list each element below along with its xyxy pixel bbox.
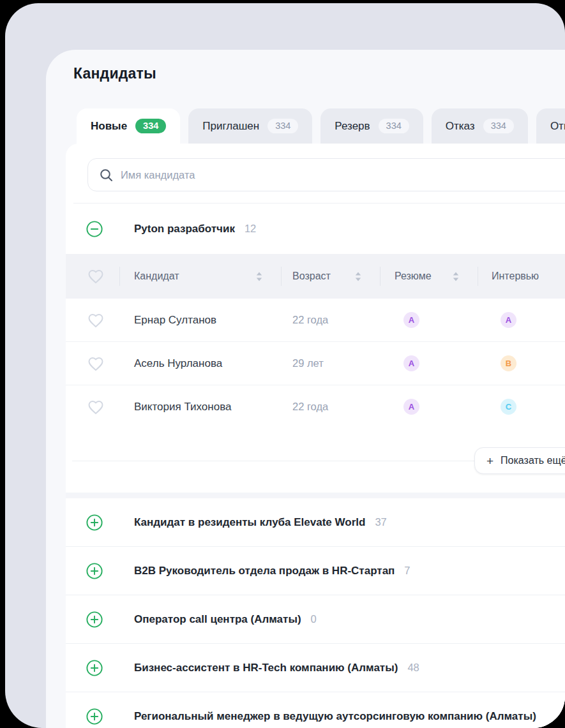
vacancy-title: Бизнес-ассистент в HR-Tech компанию (Алм… <box>134 662 398 674</box>
table-row[interactable]: Асель Нурланова 29 лет A B <box>66 341 565 385</box>
status-tabs: Новые 334 Приглашен 334 Резерв 334 Отказ… <box>77 108 565 144</box>
vacancy-title: Региональный менеджер в ведущую аутсорси… <box>134 710 536 723</box>
status-tab[interactable]: Новые 334 <box>77 108 180 144</box>
expand-icon[interactable] <box>86 660 103 676</box>
app-window: Кандидаты Новые 334 Приглашен 334 Резерв… <box>5 3 565 728</box>
status-tab[interactable]: Приглашен 334 <box>188 108 312 144</box>
candidates-card: Кандидаты Новые 334 Приглашен 334 Резерв… <box>46 50 565 728</box>
favorite-heart-icon[interactable] <box>87 356 104 371</box>
vacancy-group-row[interactable]: Оператор call центра (Алматы) 0 <box>66 595 565 643</box>
table-row[interactable]: Виктория Тихонова 22 года A C <box>66 385 565 428</box>
vacancy-group-row[interactable]: Кандидат в резиденты клуба Elevate World… <box>66 498 565 546</box>
column-header-age[interactable]: Возраст <box>281 254 380 299</box>
collapse-icon[interactable] <box>86 221 103 237</box>
candidate-name: Виктория Тихонова <box>134 401 231 413</box>
candidate-age: 29 лет <box>292 357 324 369</box>
vacancy-title: Кандидат в резиденты клуба Elevate World <box>134 516 365 529</box>
candidate-age: 22 года <box>292 401 328 413</box>
status-tab[interactable]: Отказ 334 <box>432 108 528 144</box>
candidate-name: Асель Нурланова <box>134 357 222 370</box>
table-row[interactable]: Ернар Султанов 22 года A A <box>66 299 565 341</box>
tab-label: Резерв <box>335 120 370 133</box>
tab-label: Приглашен <box>202 120 259 133</box>
tab-count-badge: 334 <box>379 119 409 133</box>
tab-label: Новые <box>91 120 127 133</box>
expand-icon[interactable] <box>86 708 103 725</box>
sort-icon[interactable] <box>453 272 459 281</box>
column-header-resume[interactable]: Резюме <box>380 254 478 299</box>
vacancy-group-row[interactable]: B2B Руководитель отдела продаж в HR-Стар… <box>66 546 565 595</box>
interview-grade-badge: A <box>501 312 516 328</box>
favorite-heart-icon[interactable] <box>87 313 104 328</box>
expand-icon[interactable] <box>86 611 103 628</box>
table-body: Ернар Султанов 22 года A A Асель Нурлано… <box>66 299 565 428</box>
vacancy-count: 37 <box>375 516 386 528</box>
sort-icon[interactable] <box>355 272 361 281</box>
sort-icon[interactable] <box>256 272 262 281</box>
vacancy-group-row[interactable]: Региональный менеджер в ведущую аутсорси… <box>66 692 565 728</box>
resume-grade-badge: A <box>403 399 419 415</box>
tab-count-badge: 334 <box>483 119 514 133</box>
resume-grade-badge: A <box>403 312 419 328</box>
show-more-button[interactable]: + Показать ещё <box>474 447 565 474</box>
table-footer: + Показать ещё <box>66 427 565 493</box>
interview-grade-badge: C <box>501 399 516 415</box>
plus-icon: + <box>486 455 493 467</box>
expand-icon[interactable] <box>86 514 103 531</box>
vacancy-count: 0 <box>311 613 317 625</box>
status-tab[interactable]: Отклонен 334 <box>536 108 565 144</box>
resume-grade-badge: A <box>403 355 419 371</box>
vacancy-count: 48 <box>407 662 419 674</box>
search-input[interactable]: Имя кандидата <box>87 158 565 191</box>
vacancy-group-row[interactable]: Бизнес-ассистент в HR-Tech компанию (Алм… <box>66 643 565 692</box>
status-tab[interactable]: Резерв 334 <box>320 108 423 144</box>
vacancy-title: B2B Руководитель отдела продаж в HR-Стар… <box>134 565 395 577</box>
interview-grade-badge: B <box>501 355 516 371</box>
favorite-heart-icon[interactable] <box>87 399 104 415</box>
tab-count-badge: 334 <box>135 119 166 133</box>
vacancy-group-header[interactable]: Pyton разработчик 12 <box>66 204 565 254</box>
tab-label: Отказ <box>446 120 475 133</box>
tab-count-badge: 334 <box>267 119 298 133</box>
search-icon <box>100 168 113 182</box>
page-title: Кандидаты <box>73 65 156 82</box>
favorite-heart-icon[interactable] <box>87 269 104 284</box>
content-panel: Имя кандидата Pyton разработчик 12 <box>66 144 565 728</box>
section-gap <box>66 493 565 498</box>
vacancy-count: 12 <box>245 223 256 235</box>
candidate-age: 22 года <box>292 314 328 326</box>
expand-icon[interactable] <box>86 563 103 579</box>
vacancy-title: Оператор call центра (Алматы) <box>134 613 301 626</box>
table-header: Кандидат Возраст Резюме <box>66 254 565 299</box>
vacancy-list: Кандидат в резиденты клуба Elevate World… <box>66 498 565 728</box>
column-header-interview[interactable]: Интервью <box>478 254 565 299</box>
candidate-name: Ернар Султанов <box>134 314 216 327</box>
vacancy-count: 7 <box>404 565 410 577</box>
column-header-candidate[interactable]: Кандидат <box>119 254 281 299</box>
search-placeholder: Имя кандидата <box>121 169 195 181</box>
tab-label: Отклонен <box>550 120 565 133</box>
vacancy-title: Pyton разработчик <box>134 223 235 235</box>
